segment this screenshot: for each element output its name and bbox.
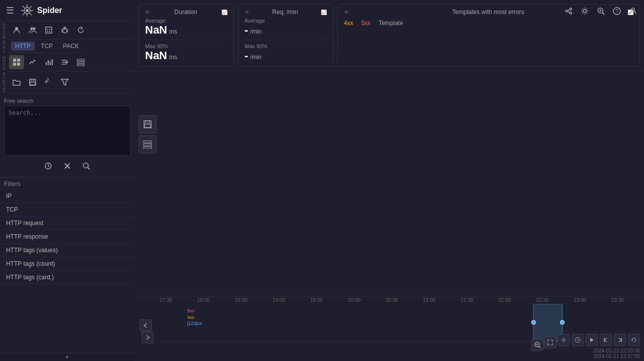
time-label-6: 20:30	[385, 297, 398, 303]
zoom-btn[interactable]	[594, 4, 608, 18]
filter-http-tags-card[interactable]: HTTP tags (card.)	[0, 271, 135, 284]
svg-line-76	[539, 346, 541, 348]
scroll-down-btn[interactable]: ▼	[65, 354, 70, 360]
timeline-settings-btn[interactable]	[558, 334, 570, 346]
svg-rect-14	[47, 29, 48, 30]
timeline-area: 17:30 18:00 18:30 19:00 19:30 20:00 20:3…	[135, 296, 644, 361]
time-label-1: 18:00	[197, 297, 210, 303]
svg-rect-24	[13, 59, 16, 62]
folder-icon-btn[interactable]	[9, 75, 24, 89]
svg-line-22	[61, 32, 63, 32]
reqmin-card-header: 👁 Req. /min 📈	[244, 9, 327, 16]
search-history-btn[interactable]	[41, 159, 56, 173]
filter-http-request[interactable]: HTTP request	[0, 217, 135, 230]
reqmin-avg-value: -	[244, 24, 248, 37]
whisp-label: Whisp	[0, 21, 7, 40]
duration-hide-icon[interactable]: 👁	[145, 10, 150, 15]
floating-save-btn[interactable]	[139, 115, 157, 133]
filter-http-tags-count[interactable]: HTTP tags (count)	[0, 257, 135, 271]
svg-rect-29	[48, 60, 49, 65]
filter-ip[interactable]: IP	[0, 190, 135, 203]
svg-rect-25	[17, 59, 20, 62]
filter-http-tags-values[interactable]: HTTP tags (values)	[0, 244, 135, 257]
refresh-icon-btn[interactable]	[73, 23, 88, 37]
free-search-label: Free search	[4, 98, 131, 104]
svg-point-10	[15, 27, 18, 30]
flow-mode-btn[interactable]	[57, 55, 72, 69]
svg-line-21	[67, 30, 68, 30]
time-label-3: 19:00	[273, 297, 285, 303]
http-tab[interactable]: HTTP	[11, 42, 35, 51]
time-label-0: 17:30	[160, 297, 172, 303]
floating-actions	[139, 115, 157, 153]
legend-5xx: 5xx	[187, 308, 202, 314]
whisp-row: Whisp	[0, 21, 135, 40]
timeline-expand	[544, 336, 556, 348]
svg-line-20	[61, 30, 63, 30]
floating-list-btn[interactable]	[139, 135, 157, 153]
list-mode-btn[interactable]	[73, 55, 88, 69]
reqmin-avg-value-row: - /min	[244, 24, 327, 37]
reqmin-max-label: Max 90%	[244, 43, 327, 49]
share-btn[interactable]	[562, 4, 576, 18]
save-icon-btn[interactable]	[25, 75, 40, 89]
reqmin-max-unit: /min	[250, 54, 262, 61]
person-icon-btn[interactable]	[9, 23, 24, 37]
stats-mode-btn[interactable]	[41, 55, 56, 69]
filter-icon-btn[interactable]	[57, 75, 72, 89]
timeline-playback	[558, 334, 640, 346]
svg-point-47	[570, 8, 572, 10]
timeline-expand-btn[interactable]	[544, 336, 556, 348]
search-sidebar-label: Search	[0, 72, 7, 94]
timeline-right-btn[interactable]	[142, 331, 154, 343]
search-go-btn[interactable]	[79, 159, 94, 173]
duration-avg-value: NaN	[145, 24, 167, 37]
main-content: ? 👁 Duration 📈 Average NaN ms	[135, 0, 644, 361]
bug-icon-btn[interactable]	[57, 23, 72, 37]
building-icon-btn[interactable]	[41, 23, 56, 37]
templates-hide-icon[interactable]: 👁	[344, 10, 349, 15]
logo-container: Spider	[20, 4, 62, 18]
timeline-left-nav	[140, 319, 154, 343]
timeline-left-btn[interactable]	[140, 319, 152, 331]
tcp-tab[interactable]: TCP	[37, 42, 57, 51]
filter-http-response[interactable]: HTTP response	[0, 230, 135, 244]
pack-tab[interactable]: PACK	[59, 42, 83, 51]
template-col-name: Template	[378, 20, 403, 27]
svg-rect-16	[47, 31, 48, 32]
scroll-indicator: ▼	[0, 353, 135, 361]
hamburger-button[interactable]: ☰	[4, 4, 16, 17]
duration-chart-icon[interactable]: 📈	[221, 10, 227, 15]
reqmin-chart-icon[interactable]: 📈	[321, 10, 327, 15]
reqmin-avg-label: Average	[244, 18, 327, 24]
search-input[interactable]	[4, 106, 131, 156]
svg-line-54	[602, 13, 604, 15]
timeline-history-btn[interactable]	[572, 334, 584, 346]
svg-point-48	[570, 12, 572, 14]
user-btn[interactable]	[626, 4, 640, 18]
timeline-prev-btn[interactable]	[600, 334, 612, 346]
mode-icons	[7, 53, 135, 72]
timeline-play-btn[interactable]	[586, 334, 598, 346]
reqmin-card: 👁 Req. /min 📈 Average - /min Max 90% - /…	[238, 4, 333, 67]
chart-mode-btn[interactable]	[25, 55, 40, 69]
svg-marker-41	[61, 79, 68, 85]
group-icon-btn[interactable]	[25, 23, 40, 37]
help-btn[interactable]: ?	[610, 4, 624, 18]
svg-rect-37	[77, 64, 84, 66]
undo-icon-btn[interactable]	[41, 75, 56, 89]
svg-rect-27	[17, 63, 20, 66]
svg-line-5	[23, 6, 25, 9]
timeline-zoom-out-btn[interactable]	[532, 339, 544, 351]
svg-line-51	[568, 12, 570, 13]
search-clear-btn[interactable]	[60, 159, 75, 173]
grid-mode-btn[interactable]	[9, 55, 24, 69]
svg-line-46	[88, 167, 90, 169]
timeline-next-btn[interactable]	[614, 334, 626, 346]
filter-tcp[interactable]: TCP	[0, 203, 135, 217]
reqmin-hide-icon[interactable]: 👁	[244, 10, 249, 15]
timeline-legend: 5xx 4xx [123]xx	[187, 308, 202, 327]
settings-btn[interactable]	[578, 4, 592, 18]
timeline-datetime-start: 2024-01-11 22:03:00	[593, 348, 640, 353]
timeline-loop-btn[interactable]	[628, 334, 640, 346]
